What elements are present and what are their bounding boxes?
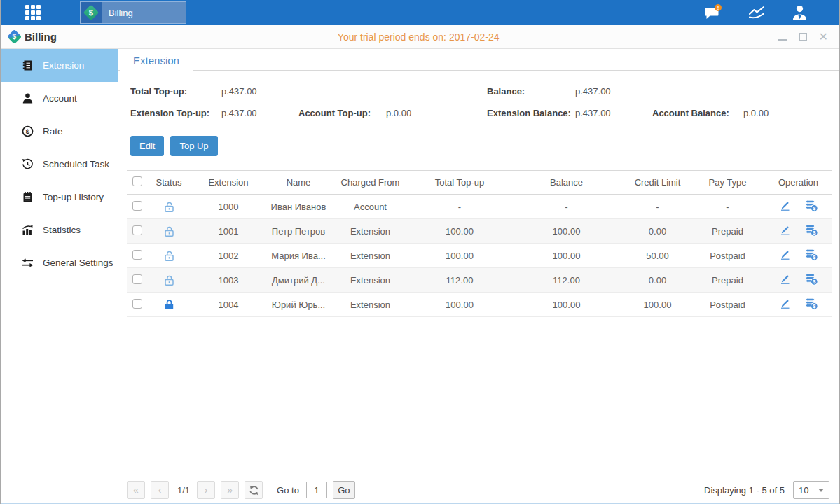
page-size-value: 10	[799, 485, 808, 496]
person-icon	[22, 92, 34, 104]
sidebar-item-general-settings[interactable]: General Settings	[1, 246, 118, 279]
pay-type-cell: Postpaid	[691, 244, 764, 268]
top-up-coins-icon[interactable]: $	[805, 224, 818, 237]
sidebar-item-scheduled-task[interactable]: Scheduled Task	[1, 148, 118, 181]
table-body: 1000 Иван Иванов Account - - - -	[127, 195, 832, 317]
window-title-bar: $ Billing Your trial period ends on: 201…	[1, 25, 839, 49]
unlocked-icon[interactable]	[163, 225, 176, 238]
table-row: 1002 Мария Ива... Extension 100.00 100.0…	[127, 244, 832, 268]
table-row: 1003 Дмитрий Д... Extension 112.00 112.0…	[127, 268, 832, 293]
tab-strip: Extension	[118, 49, 839, 71]
apps-grid-icon[interactable]	[25, 5, 50, 20]
edit-icon[interactable]	[779, 200, 791, 211]
next-page-button[interactable]: ›	[197, 481, 215, 499]
refresh-button[interactable]	[245, 481, 263, 499]
pay-type-cell: Postpaid	[691, 293, 764, 317]
total-topup-cell: -	[411, 195, 509, 219]
balance-label: Balance:	[487, 86, 525, 97]
top-up-coins-icon[interactable]: $	[805, 200, 818, 212]
row-checkbox[interactable]	[132, 225, 142, 235]
prev-page-button[interactable]: ‹	[151, 481, 169, 499]
select-all-checkbox[interactable]	[132, 176, 142, 186]
extension-cell: 1003	[190, 268, 267, 293]
sidebar-item-account[interactable]: Account	[1, 82, 118, 115]
balance-cell: -	[509, 195, 624, 219]
name-cell: Иван Иванов	[267, 195, 330, 219]
top-up-coins-icon[interactable]: $	[805, 248, 818, 261]
edit-button[interactable]: Edit	[130, 136, 164, 156]
sidebar-item-label: General Settings	[43, 258, 113, 268]
balance-cell: 100.00	[509, 293, 624, 317]
col-credit-limit: Credit Limit	[624, 171, 691, 195]
balance-cell: 112.00	[509, 268, 624, 293]
sidebar-item-label: Rate	[43, 126, 63, 136]
pagination-bar: « ‹ 1/1 › » Go to Go Displaying 1 - 5 of…	[127, 479, 829, 500]
balance-cell: 100.00	[509, 244, 624, 268]
history-clock-icon	[22, 158, 34, 170]
col-operation: Operation	[764, 171, 832, 195]
first-page-button[interactable]: «	[127, 481, 145, 499]
top-up-coins-icon[interactable]: $	[805, 298, 818, 310]
total-topup-cell: 100.00	[411, 219, 509, 244]
messages-icon[interactable]: !	[703, 4, 722, 22]
statistics-chart-icon[interactable]	[748, 5, 766, 21]
sidebar-item-topup-history[interactable]: Top-up History	[1, 181, 118, 214]
top-up-coins-icon[interactable]: $	[805, 273, 818, 286]
billing-window: $ Billing !	[0, 0, 840, 504]
pay-type-cell: -	[691, 195, 764, 219]
account-topup-label: Account Top-up:	[298, 108, 371, 118]
app-tab-billing[interactable]: $ Billing	[80, 1, 186, 24]
user-account-icon[interactable]	[791, 4, 808, 22]
unlocked-icon[interactable]	[163, 274, 176, 287]
charged-from-cell: Extension	[330, 219, 411, 244]
last-page-button[interactable]: »	[221, 481, 239, 499]
page-size-dropdown[interactable]: 10	[793, 481, 829, 499]
unlocked-icon[interactable]	[163, 200, 176, 214]
pay-type-cell: Prepaid	[691, 219, 764, 244]
unlocked-icon[interactable]	[163, 249, 176, 262]
sidebar-item-rate[interactable]: $ Rate	[1, 115, 118, 148]
svg-text:$: $	[26, 127, 30, 135]
goto-page-input[interactable]	[306, 482, 327, 498]
sidebar-item-statistics[interactable]: Statistics	[1, 214, 118, 246]
window-title: Billing	[25, 31, 57, 43]
total-topup-cell: 100.00	[411, 244, 509, 268]
extension-balance-value: p.437.00	[575, 108, 611, 118]
edit-icon[interactable]	[779, 248, 791, 260]
sidebar-item-extension[interactable]: Extension	[1, 49, 118, 82]
extension-balance-label: Extension Balance:	[487, 108, 571, 118]
credit-limit-cell: 50.00	[624, 244, 691, 268]
row-checkbox[interactable]	[132, 250, 142, 260]
edit-icon[interactable]	[779, 273, 791, 285]
ledger-icon	[22, 59, 34, 71]
table-row: 1000 Иван Иванов Account - - - -	[127, 195, 832, 219]
row-checkbox[interactable]	[132, 201, 142, 211]
go-button[interactable]: Go	[333, 481, 355, 499]
maximize-button[interactable]	[799, 33, 807, 41]
row-checkbox[interactable]	[132, 274, 142, 284]
extension-cell: 1001	[190, 219, 267, 244]
row-checkbox[interactable]	[132, 299, 142, 309]
edit-icon[interactable]	[779, 224, 791, 236]
dollar-circle-icon: $	[22, 125, 34, 137]
col-status: Status	[148, 171, 190, 195]
total-topup-label: Total Top-up:	[130, 86, 187, 97]
col-extension: Extension	[190, 171, 267, 195]
credit-limit-cell: -	[624, 195, 691, 219]
extension-cell: 1002	[190, 244, 267, 268]
sidebar-item-label: Scheduled Task	[43, 159, 109, 169]
close-button[interactable]: ✕	[819, 33, 828, 41]
refresh-icon	[249, 485, 259, 496]
top-up-button[interactable]: Top Up	[170, 136, 217, 156]
locked-icon[interactable]	[163, 298, 176, 312]
name-cell: Юрий Юрь...	[267, 293, 330, 317]
extension-topup-label: Extension Top-up:	[130, 108, 209, 118]
charged-from-cell: Extension	[330, 293, 411, 317]
page-indicator: 1/1	[177, 485, 190, 496]
extension-cell: 1000	[190, 195, 267, 219]
name-cell: Мария Ива...	[267, 244, 330, 268]
edit-icon[interactable]	[779, 298, 791, 309]
tab-extension[interactable]: Extension	[120, 49, 193, 71]
minimize-button[interactable]	[778, 33, 787, 41]
top-app-bar: $ Billing !	[1, 0, 839, 25]
